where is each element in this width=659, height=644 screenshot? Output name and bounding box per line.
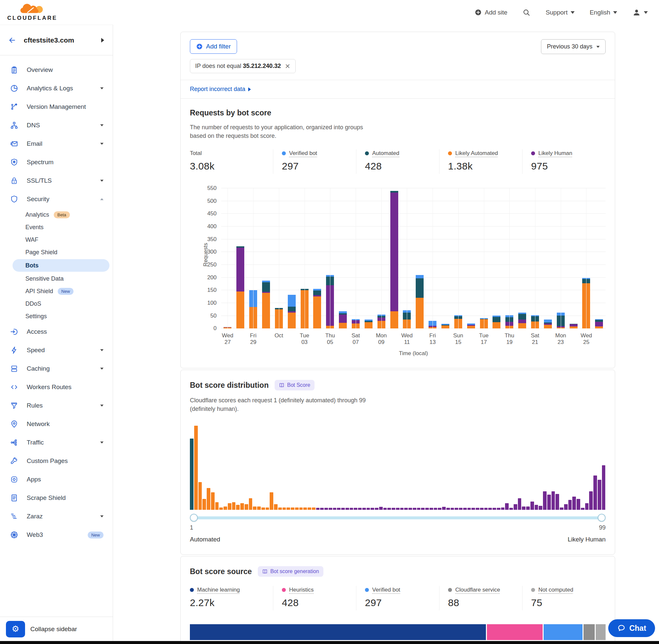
slider-left-label: Automated xyxy=(190,536,220,543)
stat-label[interactable]: Likely Human xyxy=(538,150,572,157)
x-tick: Tue 03 xyxy=(298,332,311,346)
add-site-button[interactable]: Add site xyxy=(475,9,508,16)
sidebar-item-custom-pages[interactable]: Custom Pages xyxy=(0,452,113,470)
histogram-bar xyxy=(576,499,580,510)
sidebar-item-speed[interactable]: Speed xyxy=(0,341,113,360)
site-header[interactable]: cftestsite3.com xyxy=(0,25,113,55)
sidebar-item-analytics-logs[interactable]: Analytics & Logs xyxy=(0,79,113,98)
language-menu[interactable]: English xyxy=(590,9,617,16)
back-arrow-icon[interactable] xyxy=(8,36,17,45)
sidebar-item-label: Bots xyxy=(25,262,39,269)
histogram-bar xyxy=(253,506,257,510)
histogram-bar xyxy=(509,508,513,510)
histogram-bar xyxy=(387,508,391,510)
slider-handle-min[interactable] xyxy=(190,514,198,522)
account-menu[interactable] xyxy=(632,8,648,17)
sidebar-item-scrape-shield[interactable]: Scrape Shield xyxy=(0,489,113,507)
filter-chip-text: IP does not equal xyxy=(195,63,241,69)
x-axis-title: Time (local) xyxy=(221,350,606,357)
sidebar-item-waf[interactable]: WAF xyxy=(0,233,113,246)
stat-label[interactable]: Likely Automated xyxy=(455,150,498,157)
sidebar-item-dns[interactable]: DNS xyxy=(0,116,113,135)
sidebar-item-page-shield[interactable]: Page Shield xyxy=(0,246,113,258)
date-range-dropdown[interactable]: Previous 30 days xyxy=(541,39,606,54)
bot-score-generation-badge-label: Bot score generation xyxy=(270,569,319,574)
histogram-bar xyxy=(232,502,236,510)
source-stat-cloudflare-service: Cloudflare service88 xyxy=(439,586,522,611)
histogram-bar xyxy=(270,492,273,510)
sidebar-item-security[interactable]: Security xyxy=(0,190,113,208)
slider-track[interactable] xyxy=(192,516,604,519)
sidebar-item-analytics[interactable]: AnalyticsBeta xyxy=(0,208,113,221)
sidebar-item-email[interactable]: Email xyxy=(0,135,113,153)
sidebar-item-network[interactable]: Network xyxy=(0,415,113,433)
chat-label: Chat xyxy=(629,624,646,633)
score-range-slider[interactable] xyxy=(190,514,606,522)
chevron-down-icon xyxy=(100,180,103,182)
histogram-bar xyxy=(346,508,349,510)
gear-icon[interactable]: ⚙ xyxy=(6,621,25,638)
sidebar-item-overview[interactable]: Overview xyxy=(0,61,113,79)
sidebar-item-label: Access xyxy=(27,328,103,335)
histogram-bar xyxy=(190,439,193,510)
x-tick: Fri 13 xyxy=(426,332,439,346)
histogram-bar xyxy=(455,508,458,510)
sidebar-item-spectrum[interactable]: Spectrum xyxy=(0,153,113,171)
sidebar-item-web3[interactable]: Web3New xyxy=(0,526,113,544)
histogram-bar xyxy=(421,508,425,510)
sidebar-item-events[interactable]: Events xyxy=(0,221,113,233)
sidebar-item-workers-routes[interactable]: Workers Routes xyxy=(0,378,113,396)
stat-label[interactable]: Machine learning xyxy=(197,586,240,593)
sidebar-item-version-management[interactable]: Version Management xyxy=(0,98,113,116)
stat-label[interactable]: Heuristics xyxy=(289,586,314,593)
ssl-icon xyxy=(10,177,19,185)
legend-dot-icon xyxy=(282,151,286,155)
sidebar-item-apps[interactable]: Apps xyxy=(0,470,113,489)
search-icon[interactable] xyxy=(522,8,531,17)
filter-chip-value: 35.212.240.32 xyxy=(243,63,281,69)
sidebar-item-bots[interactable]: Bots xyxy=(13,259,110,272)
sidebar-item-sensitive-data[interactable]: Sensitive Data xyxy=(0,272,113,285)
add-filter-button[interactable]: Add filter xyxy=(190,39,237,54)
collapse-sidebar-button[interactable]: Collapse sidebar xyxy=(30,625,77,633)
chat-button[interactable]: Chat xyxy=(608,619,655,637)
y-tick: 50 xyxy=(210,313,217,319)
histogram-bar xyxy=(484,508,488,510)
stacked-bar xyxy=(236,246,244,329)
sidebar-item-api-shield[interactable]: API ShieldNew xyxy=(0,285,113,297)
stat-label[interactable]: Verified bot xyxy=(372,586,400,593)
histogram-bar xyxy=(295,507,299,510)
sidebar-item-settings[interactable]: Settings xyxy=(0,310,113,322)
stat-label[interactable]: Verified bot xyxy=(289,150,317,157)
stat-label[interactable]: Not computed xyxy=(538,586,573,593)
sidebar-item-traffic[interactable]: Traffic xyxy=(0,433,113,452)
slider-handle-max[interactable] xyxy=(598,514,606,522)
bot-score-badge[interactable]: Bot Score xyxy=(275,380,314,390)
report-incorrect-data-link[interactable]: Report incorrect data xyxy=(190,86,251,93)
chat-bubble-icon xyxy=(617,624,626,632)
sidebar-item-rules[interactable]: Rules xyxy=(0,396,113,415)
chevron-down-icon xyxy=(100,87,103,89)
chevron-right-icon[interactable] xyxy=(101,38,104,43)
triangle-right-icon xyxy=(248,87,251,91)
y-tick: 350 xyxy=(207,236,217,243)
bot-score-generation-badge[interactable]: Bot score generation xyxy=(258,566,323,577)
sidebar-item-zaraz[interactable]: Zaraz xyxy=(0,507,113,526)
filter-chip[interactable]: IP does not equal 35.212.240.32 ✕ xyxy=(190,59,296,73)
chevron-down-icon xyxy=(100,515,103,518)
stat-label[interactable]: Cloudflare service xyxy=(455,586,500,593)
stat-value: 975 xyxy=(531,161,605,172)
sidebar-item-caching[interactable]: Caching xyxy=(0,360,113,378)
sidebar-item-ssl-tls[interactable]: SSL/TLS xyxy=(0,171,113,190)
requests-title: Requests by bot score xyxy=(190,109,606,117)
histogram-bar xyxy=(312,507,315,510)
sidebar-item-ddos[interactable]: DDoS xyxy=(0,297,113,310)
legend-dot-icon xyxy=(365,588,369,592)
source-segment-heuristics xyxy=(487,624,543,640)
sidebar-item-access[interactable]: Access xyxy=(0,322,113,341)
cloudflare-logo[interactable]: CLOUDFLARE xyxy=(6,4,57,21)
close-icon[interactable]: ✕ xyxy=(285,63,290,70)
stat-label[interactable]: Automated xyxy=(372,150,399,157)
bottom-strip xyxy=(0,641,659,644)
support-menu[interactable]: Support xyxy=(546,9,574,16)
